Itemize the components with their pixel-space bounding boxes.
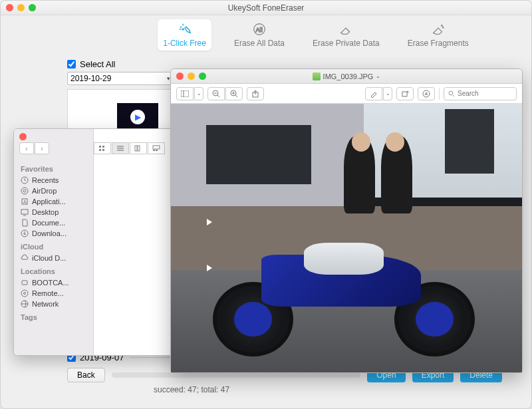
eraser-icon [338, 22, 353, 37]
tab-label: Erase All Data [234, 39, 285, 48]
zoom-in-button[interactable] [225, 87, 243, 100]
back-button[interactable]: Back [67, 368, 105, 382]
svg-rect-29 [181, 90, 189, 97]
minimize-icon[interactable] [188, 72, 195, 80]
tab-erase-fragments[interactable]: Erase Fragments [402, 19, 474, 51]
svg-line-32 [217, 95, 219, 97]
zoom-out-button[interactable] [207, 87, 225, 100]
sidebar-toggle-button[interactable] [176, 87, 194, 100]
play-icon: ▶ [130, 110, 145, 124]
preview-image[interactable] [171, 104, 522, 372]
sidebar-item-applications[interactable]: AApplicati... [19, 196, 88, 207]
zoom-icon[interactable] [199, 72, 206, 80]
zoom-in-icon [230, 90, 238, 98]
close-icon[interactable] [176, 72, 184, 80]
svg-rect-39 [402, 92, 407, 96]
markup-toolbar-button[interactable] [418, 87, 435, 100]
sidebar-item-recents[interactable]: Recents [19, 175, 88, 186]
svg-rect-16 [156, 150, 158, 151]
cursor-click-icon [178, 22, 192, 37]
preview-filename: IMG_0039.JPG [323, 72, 374, 80]
status-text: succeed: 47; total: 47 [154, 385, 502, 394]
svg-text:All: All [255, 26, 262, 33]
svg-point-26 [21, 290, 28, 297]
svg-point-4 [442, 27, 443, 27]
svg-rect-12 [135, 146, 137, 151]
sidebar-dropdown-button[interactable]: ⌄ [194, 87, 203, 100]
select-all-checkbox[interactable] [67, 60, 76, 68]
nav-back-button[interactable]: ‹ [19, 142, 34, 154]
sidebar-item-desktop[interactable]: Desktop [19, 207, 88, 217]
svg-line-35 [235, 95, 237, 97]
svg-point-19 [23, 190, 26, 192]
rotate-button[interactable] [396, 87, 414, 100]
minimize-icon[interactable] [17, 4, 25, 11]
svg-rect-7 [99, 149, 101, 151]
zoom-out-icon [212, 90, 220, 98]
sidebar-item-downloads[interactable]: Downloa... [19, 228, 88, 239]
view-icons-button[interactable] [94, 142, 111, 154]
sidebar-item-bootcamp[interactable]: BOOTCA... [19, 277, 88, 288]
sidebar-item-icloud-drive[interactable]: iCloud D... [19, 253, 88, 263]
tab-erase-private-data[interactable]: Erase Private Data [307, 19, 385, 51]
tab-erase-all-data[interactable]: All Erase All Data [229, 19, 290, 51]
separator [439, 88, 440, 100]
view-list-button[interactable] [112, 142, 129, 154]
preview-window: IMG_0039.JPG ⌄ ⌄ ⌄ [170, 68, 523, 373]
sidebar-item-remote[interactable]: Remote... [19, 288, 88, 299]
markup-dropdown-button[interactable]: ⌄ [383, 87, 392, 100]
markup-highlight-button[interactable] [365, 87, 382, 100]
disk-icon [21, 279, 29, 287]
tab-label: Erase Private Data [313, 39, 380, 48]
eraser-fragments-icon [431, 22, 446, 37]
cloud-icon [21, 254, 29, 262]
grid-icon [98, 145, 106, 152]
view-gallery-button[interactable] [148, 142, 165, 154]
zoom-icon[interactable] [29, 4, 36, 11]
jpeg-file-icon [313, 72, 321, 80]
select-all-label: Select All [80, 59, 115, 69]
svg-rect-6 [102, 146, 104, 148]
video-thumbnail[interactable]: ▶ [117, 103, 158, 131]
sidebar-item-airdrop[interactable]: AirDrop [19, 186, 88, 196]
svg-rect-13 [138, 146, 140, 151]
network-icon [21, 300, 29, 308]
preview-toolbar: ⌄ ⌄ [171, 84, 522, 104]
search-input-container[interactable] [444, 87, 517, 100]
gallery-icon [152, 145, 160, 152]
columns-icon [134, 145, 142, 152]
svg-rect-8 [102, 149, 104, 151]
close-icon[interactable] [6, 4, 13, 11]
svg-line-42 [453, 95, 454, 96]
share-button[interactable] [247, 87, 264, 100]
view-columns-button[interactable] [130, 142, 147, 154]
svg-rect-15 [153, 150, 155, 151]
section-locations: Locations [21, 267, 88, 275]
finder-view-toggle [94, 142, 165, 154]
sidebar-item-network[interactable]: Network [19, 299, 88, 309]
preview-title[interactable]: IMG_0039.JPG ⌄ [313, 72, 381, 80]
tab-label: Erase Fragments [408, 39, 469, 48]
svg-point-3 [441, 25, 442, 26]
window-controls [176, 72, 206, 80]
svg-rect-25 [22, 281, 27, 285]
date-filter-dropdown[interactable]: 2019-10-29 ▾ [67, 72, 174, 85]
highlight-icon [370, 90, 378, 98]
close-icon[interactable] [19, 133, 27, 140]
chevron-down-icon: ⌄ [376, 73, 380, 79]
svg-point-40 [423, 90, 430, 97]
tab-1-click-free[interactable]: 1-Click Free [158, 19, 211, 51]
app-title: UkeySoft FoneEraser [228, 3, 305, 13]
tab-label: 1-Click Free [163, 39, 206, 48]
search-input[interactable] [458, 90, 511, 97]
nav-forward-button[interactable]: › [35, 142, 49, 154]
sidebar-item-documents[interactable]: Docume... [19, 217, 88, 228]
svg-text:A: A [23, 200, 27, 204]
svg-point-27 [24, 293, 26, 295]
svg-rect-5 [99, 146, 101, 148]
date-filter-value: 2019-10-29 [70, 74, 111, 83]
progress-bar [112, 372, 361, 378]
search-icon [448, 90, 455, 97]
desktop-icon [21, 208, 29, 216]
svg-point-41 [449, 91, 453, 95]
